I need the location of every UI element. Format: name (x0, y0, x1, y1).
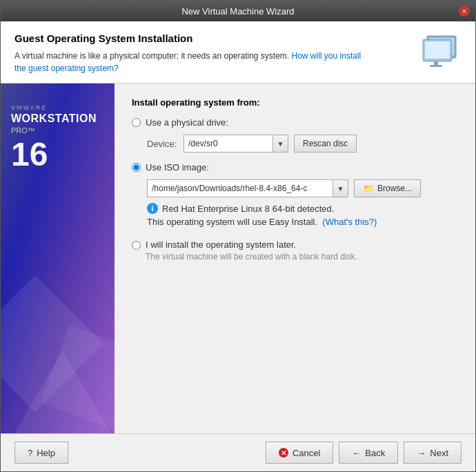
install-from-label: Install operating system from: (132, 97, 458, 108)
help-button[interactable]: ? Help (14, 442, 68, 464)
next-label: Next (430, 448, 448, 458)
cancel-label: Cancel (292, 448, 320, 458)
easy-install-row: This operating system will use Easy Inst… (147, 217, 458, 227)
physical-drive-label[interactable]: Use a physical drive: (146, 117, 228, 128)
main-content: VMWARE WORKSTATION PRO™ 16 Install opera… (1, 83, 475, 433)
header-section: Guest Operating System Installation A vi… (1, 21, 475, 83)
computer-icon (420, 32, 462, 70)
easy-install-text: This operating system will use Easy Inst… (147, 217, 317, 227)
iso-path-row: ▼ 📁 Browse... (147, 179, 458, 197)
cancel-button[interactable]: ✕ Cancel (266, 442, 333, 464)
title-bar: New Virtual Machine Wizard × (1, 1, 475, 21)
sidebar: VMWARE WORKSTATION PRO™ 16 (1, 83, 115, 433)
computer-svg (420, 32, 462, 70)
install-later-text: I will install the operating system late… (146, 239, 357, 262)
iso-image-label[interactable]: Use ISO image: (146, 162, 209, 173)
install-later-radio[interactable] (132, 241, 141, 250)
device-select-wrapper: ▼ (184, 135, 288, 153)
detection-row: i Red Hat Enterprise Linux 8 64-bit dete… (147, 203, 458, 214)
detection-text: Red Hat Enterprise Linux 8 64-bit detect… (162, 204, 334, 214)
back-arrow-icon: ← (352, 448, 361, 458)
header-text: Guest Operating System Installation A vi… (14, 32, 373, 75)
header-description: A virtual machine is like a physical com… (14, 50, 373, 75)
back-button[interactable]: ← Back (339, 442, 398, 464)
page-title: Guest Operating System Installation (14, 32, 373, 44)
browse-button[interactable]: 📁 Browse... (354, 179, 421, 197)
window-title: New Virtual Machine Wizard (181, 6, 294, 17)
install-later-main-text[interactable]: I will install the operating system late… (146, 239, 357, 250)
geo-decoration-3 (14, 351, 111, 433)
iso-image-option[interactable]: Use ISO image: (132, 162, 458, 173)
footer-left: ? Help (14, 442, 68, 464)
sidebar-logo: VMWARE WORKSTATION PRO™ 16 (1, 97, 115, 178)
device-input[interactable] (184, 135, 273, 153)
content-panel: Install operating system from: Use a phy… (115, 83, 475, 433)
iso-path-input[interactable] (147, 179, 333, 197)
question-icon: ? (28, 448, 32, 458)
wizard-window: New Virtual Machine Wizard × Guest Opera… (0, 0, 476, 472)
install-later-sub-text: The virtual machine will be created with… (146, 252, 357, 262)
close-icon: × (462, 7, 466, 15)
whats-this-link[interactable]: (What's this?) (322, 217, 377, 227)
help-label: Help (37, 448, 55, 458)
cancel-icon: ✕ (279, 448, 288, 458)
vmware-label: VMWARE (11, 104, 104, 111)
footer: ? Help ✕ Cancel ← Back → Next (1, 433, 475, 471)
pro-label: PRO™ (11, 126, 35, 135)
rescan-button[interactable]: Rescan disc (294, 135, 357, 153)
back-label: Back (365, 448, 385, 458)
folder-icon: 📁 (363, 184, 374, 194)
install-later-option[interactable]: I will install the operating system late… (132, 239, 458, 262)
device-row: Device: ▼ Rescan disc (147, 135, 458, 153)
footer-right: ✕ Cancel ← Back → Next (266, 442, 462, 464)
close-button[interactable]: × (459, 6, 470, 17)
svg-rect-3 (425, 41, 450, 59)
device-dropdown-btn[interactable]: ▼ (273, 135, 288, 153)
how-link[interactable]: How will you install the guest operating… (14, 51, 361, 73)
device-label: Device: (147, 139, 178, 149)
iso-dropdown-btn[interactable]: ▼ (333, 179, 348, 197)
physical-drive-radio[interactable] (132, 118, 141, 127)
next-arrow-icon: → (417, 448, 426, 458)
physical-drive-option[interactable]: Use a physical drive: (132, 117, 458, 128)
browse-label: Browse... (377, 184, 412, 193)
svg-rect-5 (430, 65, 442, 67)
info-icon: i (147, 203, 158, 214)
version-label: 16 (11, 138, 104, 171)
iso-image-radio[interactable] (132, 163, 141, 172)
next-button[interactable]: → Next (404, 442, 462, 464)
workstation-label: WORKSTATION (11, 112, 104, 125)
